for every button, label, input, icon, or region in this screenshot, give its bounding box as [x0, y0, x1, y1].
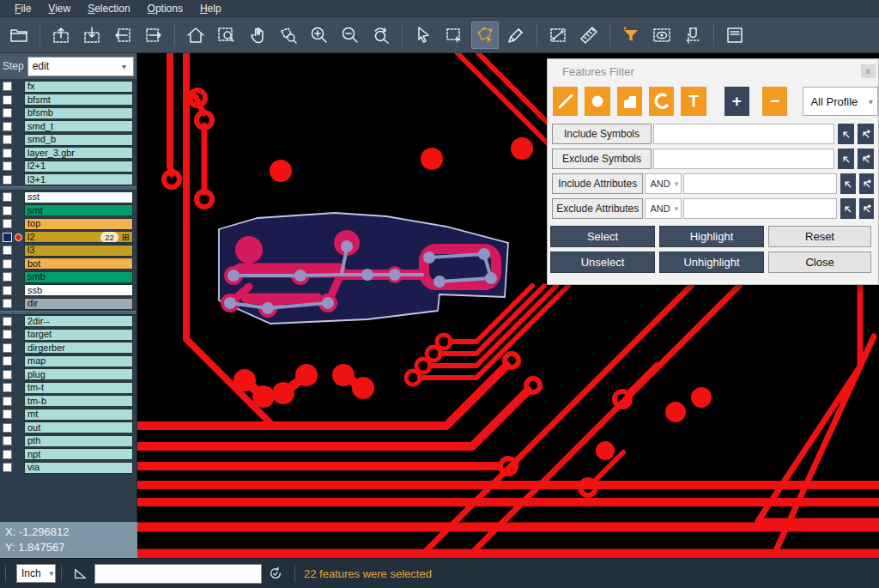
layer-visibility-checkbox[interactable] — [3, 135, 12, 144]
layer-visibility-checkbox[interactable] — [3, 397, 12, 406]
filter-value-input[interactable] — [653, 124, 834, 144]
layer-name-field[interactable]: top — [24, 218, 133, 230]
command-input[interactable] — [94, 564, 262, 584]
pick-arrow-add-icon[interactable] — [859, 198, 874, 219]
layer-visibility-checkbox[interactable] — [3, 149, 12, 158]
unselect-button[interactable]: Unselect — [550, 252, 655, 273]
layer-name-field[interactable]: tm-t — [24, 382, 133, 394]
step-select[interactable]: edit ▾ — [27, 57, 134, 76]
filter-value-input[interactable] — [683, 198, 837, 219]
layer-visibility-checkbox[interactable] — [3, 122, 12, 131]
layer-name-field[interactable]: fx — [24, 81, 133, 93]
pick-arrow-icon[interactable] — [838, 124, 854, 144]
select-rect-icon[interactable] — [440, 21, 468, 49]
layer-name-field[interactable]: bfsmb — [24, 107, 133, 119]
zoom-polygon-icon[interactable] — [275, 21, 302, 49]
layer-name-field[interactable]: l3 — [24, 245, 133, 257]
pick-arrow-icon[interactable] — [840, 173, 855, 194]
layer-name-field[interactable]: bot — [24, 258, 133, 270]
layer-name-field[interactable]: out — [24, 421, 133, 433]
show-eye-icon[interactable] — [648, 21, 676, 49]
filter-label-button[interactable]: Exclude Symbols — [552, 149, 652, 169]
layer-visibility-checkbox[interactable] — [3, 259, 12, 269]
select-cursor-icon[interactable] — [409, 21, 437, 49]
layer-name-field[interactable]: plug — [24, 368, 133, 380]
zoom-in-icon[interactable] — [306, 21, 333, 49]
layer-name-field[interactable]: dirgerber — [24, 342, 133, 354]
pan-hand-icon[interactable] — [244, 21, 271, 49]
layer-visibility-checkbox[interactable] — [3, 192, 12, 202]
open-folder-icon[interactable] — [5, 21, 33, 49]
layer-name-field[interactable]: dir — [24, 298, 133, 310]
layer-name-field[interactable]: smb — [24, 271, 133, 283]
layer-name-field[interactable]: smd_b — [24, 134, 133, 146]
pan-right-icon[interactable] — [140, 21, 167, 49]
layer-name-field[interactable]: tm-b — [24, 395, 133, 407]
menu-item-selection[interactable]: Selection — [80, 2, 137, 15]
layer-name-field[interactable]: bfsmt — [24, 94, 133, 106]
layer-visibility-checkbox[interactable] — [3, 356, 12, 366]
layer-name-field[interactable]: via — [24, 462, 133, 474]
layer-visibility-checkbox[interactable] — [3, 423, 12, 433]
angle-measure-icon[interactable] — [70, 563, 91, 584]
home-icon[interactable] — [182, 21, 209, 49]
layer-name-field[interactable]: l2+1 — [24, 161, 133, 173]
layer-visibility-checkbox[interactable] — [3, 409, 12, 419]
reset-button[interactable]: Reset — [768, 226, 871, 247]
pan-left-icon[interactable] — [109, 21, 136, 49]
layer-name-field[interactable]: sst — [24, 191, 133, 203]
unit-select[interactable]: Inch ▾ — [16, 564, 56, 583]
layer-visibility-checkbox[interactable] — [3, 383, 12, 392]
menu-item-file[interactable]: File — [7, 2, 39, 15]
layer-visibility-checkbox[interactable] — [3, 95, 12, 105]
layer-visibility-checkbox[interactable] — [3, 272, 12, 282]
zoom-window-icon[interactable] — [213, 21, 240, 49]
layer-visibility-checkbox[interactable] — [3, 219, 12, 228]
highlight-button[interactable]: Highlight — [659, 226, 764, 247]
filter-funnel-icon[interactable] — [617, 21, 645, 49]
menu-item-view[interactable]: View — [40, 2, 78, 15]
menu-item-options[interactable]: Options — [140, 2, 191, 15]
pad-icon[interactable] — [585, 87, 609, 116]
layer-visibility-checkbox[interactable] — [3, 436, 12, 446]
menu-item-help[interactable]: Help — [192, 2, 229, 15]
layer-visibility-checkbox[interactable] — [3, 82, 12, 91]
layer-visibility-checkbox[interactable] — [3, 299, 12, 308]
layer-name-field[interactable]: smd_t — [24, 120, 133, 132]
layer-name-field[interactable]: npt — [24, 448, 133, 460]
pick-arrow-icon[interactable] — [840, 198, 855, 219]
layer-visibility-checkbox[interactable] — [3, 175, 12, 185]
filter-label-button[interactable]: Include Attributes — [552, 173, 643, 194]
layers-form-icon[interactable] — [721, 21, 749, 49]
layer-visibility-checkbox[interactable] — [3, 370, 12, 379]
filter-label-button[interactable]: Include Symbols — [552, 124, 652, 144]
filter-value-input[interactable] — [683, 173, 837, 194]
layer-visibility-checkbox[interactable] — [3, 450, 12, 459]
layer-visibility-checkbox[interactable] — [3, 246, 12, 255]
surface-icon[interactable] — [617, 87, 642, 116]
layer-visibility-checkbox[interactable] — [3, 317, 12, 326]
layer-name-field[interactable]: layer_3.gbr — [24, 147, 133, 159]
dialog-title-bar[interactable]: Features Filter ✕ — [548, 59, 878, 83]
and-or-select[interactable]: AND▾ — [645, 173, 682, 194]
pick-arrow-add-icon[interactable] — [858, 124, 874, 144]
arc-icon[interactable] — [649, 87, 674, 116]
layer-visibility-checkbox[interactable] — [3, 161, 12, 171]
layer-name-field[interactable]: mt — [24, 409, 133, 421]
measure-line-icon[interactable] — [544, 21, 572, 49]
pick-arrow-add-icon[interactable] — [859, 173, 874, 194]
add-filter-icon[interactable]: + — [724, 87, 749, 116]
select-polygon-icon[interactable] — [471, 21, 499, 49]
layer-visibility-checkbox[interactable] — [3, 343, 12, 353]
layer-visibility-checkbox[interactable] — [3, 330, 12, 339]
layer-visibility-checkbox[interactable] — [3, 463, 12, 472]
ruler-icon[interactable] — [575, 21, 603, 49]
close-button[interactable]: Close — [768, 252, 871, 273]
profile-select[interactable]: All Profile ▾ — [803, 87, 878, 116]
unhighlight-button[interactable]: Unhighlight — [659, 252, 764, 273]
and-or-select[interactable]: AND▾ — [645, 198, 682, 219]
layer-name-field[interactable]: map — [24, 355, 133, 367]
export-up-icon[interactable] — [47, 21, 75, 49]
text-icon[interactable]: T — [681, 87, 706, 116]
grid-icon[interactable]: ⊞ — [122, 233, 130, 241]
